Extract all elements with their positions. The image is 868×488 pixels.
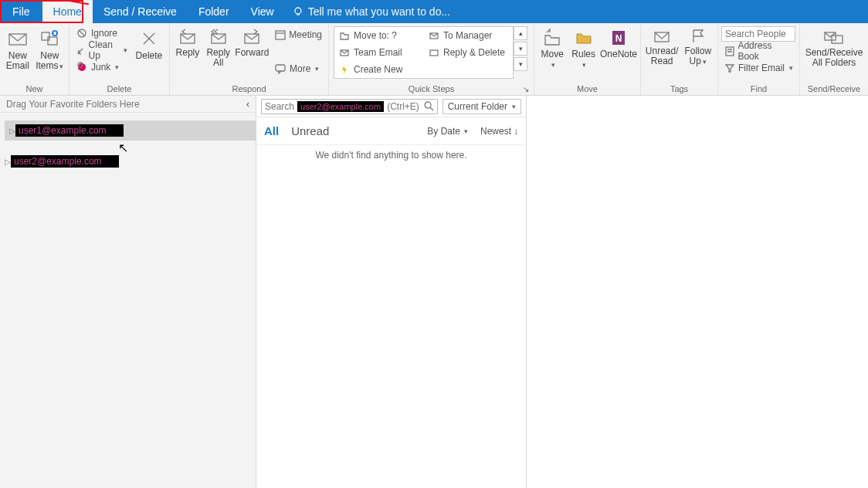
- ribbon: New Email New Items▾ New Ignore Clean Up…: [0, 23, 868, 96]
- mail-icon: [7, 28, 29, 49]
- meeting-label: Meeting: [289, 29, 322, 40]
- tab-folder[interactable]: Folder: [188, 0, 240, 23]
- qs-move-to[interactable]: Move to: ?: [334, 30, 423, 41]
- tab-view[interactable]: View: [240, 0, 285, 23]
- account-2-label: user2@example.com: [11, 155, 119, 168]
- expand-icon: ▷: [9, 127, 15, 135]
- group-label-quicksteps: Quick Steps: [329, 83, 534, 95]
- move-button[interactable]: Move▾: [537, 25, 567, 70]
- junk-icon: [76, 61, 88, 73]
- filter-all[interactable]: All: [264, 124, 279, 137]
- folder-arrow-icon: [339, 30, 350, 41]
- funnel-icon: [724, 63, 735, 73]
- svg-rect-13: [276, 65, 285, 71]
- tell-me-search[interactable]: Tell me what you want to do...: [285, 0, 450, 23]
- meeting-button[interactable]: Meeting: [271, 26, 325, 43]
- collapse-folder-pane[interactable]: ‹: [246, 98, 249, 110]
- qs-to-manager[interactable]: To Manager: [424, 30, 513, 41]
- search-scope-dropdown[interactable]: Current Folder▾: [442, 99, 521, 114]
- account-1-label: user1@example.com: [15, 124, 124, 137]
- folder-pane: Drag Your Favorite Folders Here ‹ ▷ user…: [0, 96, 256, 488]
- qs-scroll-up[interactable]: ▴: [514, 26, 527, 40]
- filter-unread[interactable]: Unread: [291, 124, 329, 137]
- group-label-respond: Respond: [170, 83, 328, 95]
- search-mailbox-input[interactable]: Search user2@example.com (Ctrl+E): [261, 99, 438, 114]
- message-list-pane: Search user2@example.com (Ctrl+E) Curren…: [256, 96, 527, 488]
- send-receive-label: Send/Receive All Folders: [805, 48, 863, 68]
- group-label-find: Find: [718, 83, 799, 95]
- filter-email-button[interactable]: Filter Email▾: [721, 60, 796, 76]
- favorites-hint: Drag Your Favorite Folders Here: [6, 99, 140, 110]
- arrow-down-icon: ↓: [514, 126, 518, 137]
- qs-expand[interactable]: ▾: [514, 57, 527, 71]
- group-label-tags: Tags: [641, 83, 717, 95]
- account-1[interactable]: ▷ user1@example.com: [5, 120, 256, 141]
- qs-scroll-down[interactable]: ▾: [514, 42, 527, 56]
- svg-point-23: [425, 102, 431, 108]
- search-scope-label: Current Folder: [448, 101, 507, 112]
- ignore-label: Ignore: [91, 28, 117, 39]
- group-label-sendreceive: Send/Receive: [800, 83, 868, 95]
- search-scope-redacted: user2@example.com: [297, 101, 384, 112]
- address-book-icon: [724, 46, 734, 56]
- quick-steps-gallery[interactable]: Move to: ? To Manager Team Email Reply &: [334, 26, 514, 79]
- svg-rect-22: [832, 36, 843, 43]
- search-prefix: Search: [265, 101, 294, 112]
- sort-order-toggle[interactable]: Newest ↓: [480, 126, 518, 137]
- qs-reply-delete[interactable]: Reply & Delete: [424, 47, 513, 58]
- search-shortcut: (Ctrl+E): [387, 101, 419, 112]
- search-icon: [424, 101, 434, 111]
- tab-file[interactable]: File: [0, 0, 42, 23]
- sort-by-dropdown[interactable]: By Date▾: [427, 126, 468, 137]
- envelope-icon: [652, 28, 672, 45]
- new-items-label: New Items▾: [36, 51, 63, 72]
- onenote-icon: N: [609, 28, 629, 48]
- address-book-button[interactable]: Address Book: [721, 43, 796, 59]
- ignore-icon: [76, 27, 88, 39]
- new-items-button[interactable]: New Items▾: [34, 25, 66, 72]
- main-area: Drag Your Favorite Folders Here ‹ ▷ user…: [0, 96, 868, 488]
- address-book-label: Address Book: [737, 40, 793, 62]
- mail-arrow-icon: [429, 30, 439, 41]
- move-folder-icon: [542, 28, 562, 48]
- follow-up-button[interactable]: Follow Up▾: [681, 25, 714, 67]
- onenote-label: OneNote: [600, 49, 637, 59]
- tab-send-receive[interactable]: Send / Receive: [93, 0, 188, 23]
- quicksteps-launcher[interactable]: ↘: [523, 85, 532, 94]
- reply-all-label: Reply All: [206, 48, 230, 68]
- respond-more-button[interactable]: More▾: [271, 60, 325, 77]
- account-2[interactable]: ▷ user2@example.com: [5, 151, 256, 171]
- qs-create-new[interactable]: Create New: [334, 64, 423, 75]
- svg-rect-16: [430, 50, 438, 56]
- ribbon-tabbar: File Home Send / Receive Folder View Tel…: [0, 0, 868, 23]
- lightning-icon: [339, 64, 350, 75]
- forward-button[interactable]: Forward: [235, 25, 270, 58]
- cleanup-label: Clean Up: [89, 39, 119, 61]
- unread-read-button[interactable]: Unread/ Read: [644, 25, 680, 66]
- send-receive-all-button[interactable]: Send/Receive All Folders: [804, 25, 864, 68]
- mail-team-icon: [339, 47, 350, 58]
- reply-label: Reply: [176, 48, 200, 58]
- follow-up-label: Follow Up▾: [684, 46, 711, 67]
- forward-label: Forward: [235, 48, 269, 58]
- new-email-button[interactable]: New Email: [3, 25, 32, 71]
- rules-button[interactable]: Rules▾: [568, 25, 598, 70]
- move-label: Move▾: [541, 49, 564, 70]
- group-label-new: New: [0, 83, 69, 95]
- search-people-input[interactable]: [721, 26, 795, 42]
- reply-all-button[interactable]: Reply All: [204, 25, 233, 68]
- tell-me-label: Tell me what you want to do...: [308, 5, 450, 18]
- onenote-button[interactable]: N OneNote: [600, 25, 637, 59]
- junk-button[interactable]: Junk▾: [73, 59, 131, 76]
- delete-button[interactable]: Delete: [132, 25, 166, 61]
- flag-icon: [688, 28, 708, 45]
- send-receive-icon: [822, 28, 846, 46]
- qs-team-email[interactable]: Team Email: [334, 47, 423, 58]
- cleanup-button[interactable]: Clean Up▾: [73, 42, 131, 59]
- new-items-icon: [39, 28, 60, 49]
- delete-x-icon: [138, 28, 160, 49]
- unread-read-label: Unread/ Read: [646, 46, 679, 66]
- broom-icon: [76, 44, 86, 56]
- reply-button[interactable]: Reply: [173, 25, 202, 58]
- junk-label: Junk: [91, 62, 110, 73]
